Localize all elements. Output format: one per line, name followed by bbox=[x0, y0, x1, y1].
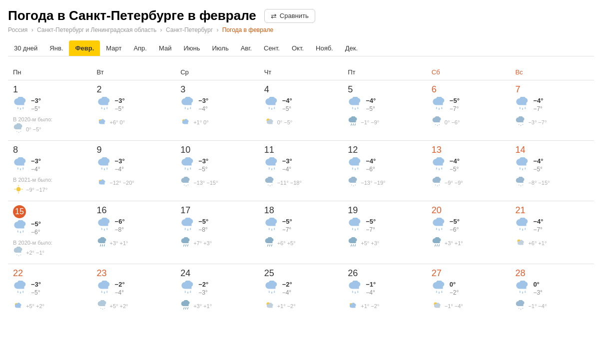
day-cell-5[interactable]: 5−4°−5°−1° −9° bbox=[343, 80, 427, 141]
weather-icon-26 bbox=[348, 281, 363, 297]
day-cell-20[interactable]: 20−5°−6°+3° +1° bbox=[427, 201, 511, 264]
svg-point-6 bbox=[16, 131, 17, 132]
svg-point-49 bbox=[106, 168, 107, 169]
month-tab-9[interactable]: Сент. bbox=[258, 40, 286, 56]
prev-year-22: +5° +2° bbox=[13, 300, 88, 312]
svg-point-31 bbox=[437, 125, 438, 126]
month-tab-2[interactable]: Февр. bbox=[69, 40, 100, 56]
day-cell-25[interactable]: 25−2°−4°+1° −2° bbox=[259, 264, 343, 318]
temp-low-7: −7° bbox=[533, 105, 543, 113]
svg-line-97 bbox=[186, 245, 186, 246]
prev-label-8: В 2021-м было: bbox=[13, 177, 88, 183]
day-cell-8[interactable]: 8−3°−4°В 2021-м было:−9° −17° bbox=[8, 141, 92, 201]
day-cell-13[interactable]: 13−4°−5°−9° −9° bbox=[427, 141, 511, 201]
day-cell-14[interactable]: 14−4°−5°−8° −15° bbox=[510, 141, 594, 201]
month-tab-0[interactable]: 30 дней bbox=[8, 40, 43, 56]
weather-row-8: −3°−4° bbox=[13, 157, 88, 174]
svg-line-110 bbox=[355, 245, 356, 246]
svg-point-51 bbox=[185, 168, 186, 169]
day-cell-17[interactable]: 17−5°−8°+7° +3° bbox=[175, 201, 259, 264]
svg-point-58 bbox=[271, 169, 272, 170]
weather-row-11: −3°−4° bbox=[264, 157, 339, 174]
prev-temps-9: −12° −20° bbox=[110, 180, 134, 186]
day-cell-16[interactable]: 16−6°−8°+3° +1° bbox=[92, 201, 176, 264]
weather-icon-10 bbox=[180, 157, 195, 174]
day-cell-23[interactable]: 23−2°−4°+5° +2° bbox=[92, 264, 176, 318]
svg-point-67 bbox=[353, 185, 354, 186]
day-cell-24[interactable]: 24−2°−3°+3° +1° bbox=[175, 264, 259, 318]
month-tab-10[interactable]: Окт. bbox=[286, 40, 310, 56]
day-cell-27[interactable]: 270°−2°−1° −4° bbox=[427, 264, 511, 318]
day-cell-22[interactable]: 22−3°−5°+5° +2° bbox=[8, 264, 92, 318]
month-tab-8[interactable]: Авг. bbox=[235, 40, 258, 56]
prev-icon-27 bbox=[432, 300, 443, 312]
day-cell-19[interactable]: 19−5°−7°+5° +3° bbox=[343, 201, 427, 264]
day-cell-11[interactable]: 11−3°−4°−11° −18° bbox=[259, 141, 343, 201]
day-cell-12[interactable]: 12−4°−6°−13° −19° bbox=[343, 141, 427, 201]
prev-temps-4: 0° −5° bbox=[277, 119, 293, 125]
day-cell-7[interactable]: 7−4°−7°−3° −7° bbox=[510, 80, 594, 141]
temp-low-22: −5° bbox=[31, 289, 41, 297]
day-cell-15[interactable]: 15−5°−6°В 2020-м было:+2° −1° bbox=[8, 201, 92, 264]
svg-point-122 bbox=[20, 293, 21, 294]
month-tab-3[interactable]: Март bbox=[100, 40, 127, 56]
svg-point-62 bbox=[271, 185, 272, 186]
prev-temps-16: +3° +1° bbox=[110, 240, 128, 246]
day-cell-9[interactable]: 9−3°−4°−12° −20° bbox=[92, 141, 176, 201]
svg-point-127 bbox=[106, 292, 107, 293]
temp-low-23: −4° bbox=[115, 289, 125, 297]
day-cell-26[interactable]: 26−1°−4°+1° −2° bbox=[343, 264, 427, 318]
month-tab-4[interactable]: Апр. bbox=[127, 40, 153, 56]
day-cell-2[interactable]: 2−3°−5°+6° 0° bbox=[92, 80, 176, 141]
prev-year-6: 0° −6° bbox=[432, 116, 507, 128]
prev-temps-25: +1° −2° bbox=[277, 303, 296, 309]
svg-point-9 bbox=[101, 108, 102, 109]
month-tab-1[interactable]: Янв. bbox=[43, 40, 69, 56]
day-cell-6[interactable]: 6−5°−7°0° −6° bbox=[427, 80, 511, 141]
svg-point-89 bbox=[106, 229, 107, 230]
day-cell-28[interactable]: 280°−3°−1° −4° bbox=[510, 264, 594, 318]
day-cell-21[interactable]: 21−4°−7°+6° +1° bbox=[510, 201, 594, 264]
prev-temps-14: −8° −15° bbox=[528, 180, 550, 186]
temp-low-21: −7° bbox=[533, 226, 543, 234]
temp-high-2: −3° bbox=[115, 97, 125, 105]
month-tab-6[interactable]: Июнь bbox=[177, 40, 206, 56]
breadcrumb-current[interactable]: Погода в феврале bbox=[222, 26, 274, 33]
svg-point-121 bbox=[17, 292, 18, 293]
month-tab-11[interactable]: Нояб. bbox=[310, 40, 339, 56]
day-cell-18[interactable]: 18−5°−7°+6° +5° bbox=[259, 201, 343, 264]
prev-icon-21 bbox=[515, 237, 526, 249]
temp-low-9: −4° bbox=[115, 166, 125, 174]
month-tab-7[interactable]: Июль bbox=[206, 40, 234, 56]
month-tab-12[interactable]: Дек. bbox=[339, 40, 364, 56]
svg-point-29 bbox=[441, 108, 442, 109]
day-cell-4[interactable]: 4−4°−5°0° −5° bbox=[259, 80, 343, 141]
svg-line-92 bbox=[104, 245, 104, 246]
svg-point-23 bbox=[357, 108, 358, 109]
svg-point-80 bbox=[523, 185, 524, 186]
day-cell-3[interactable]: 3−3°−4°+1° 0° bbox=[175, 80, 259, 141]
svg-point-28 bbox=[439, 109, 440, 110]
day-number-20: 20 bbox=[432, 205, 507, 216]
svg-point-32 bbox=[439, 124, 440, 125]
temp-low-11: −4° bbox=[282, 166, 292, 174]
temp-high-27: 0° bbox=[450, 281, 459, 289]
page-title: Погода в Санкт-Петербурге в феврале bbox=[8, 8, 256, 23]
svg-point-132 bbox=[187, 293, 188, 294]
weather-icon-12 bbox=[348, 157, 363, 174]
day-cell-10[interactable]: 10−3°−5°−13° −15° bbox=[175, 141, 259, 201]
temp-high-12: −4° bbox=[366, 157, 376, 166]
day-cell-1[interactable]: 1−3°−5°В 2020-м было:0° −5° bbox=[8, 80, 92, 141]
month-tab-5[interactable]: Май bbox=[153, 40, 177, 56]
compare-button[interactable]: ⇄ Сравнить bbox=[264, 9, 315, 23]
month-tabs: 30 днейЯнв.Февр.МартАпр.МайИюньИюльАвг.С… bbox=[8, 40, 594, 56]
svg-point-88 bbox=[103, 230, 104, 231]
temp-high-15: −5° bbox=[31, 220, 41, 229]
temp-low-25: −4° bbox=[282, 289, 292, 297]
temp-low-20: −6° bbox=[450, 226, 460, 234]
svg-point-130 bbox=[104, 308, 105, 309]
temp-high-4: −4° bbox=[282, 97, 292, 105]
weather-icon-20 bbox=[432, 218, 447, 234]
svg-point-57 bbox=[268, 168, 269, 169]
temp-low-6: −7° bbox=[450, 105, 460, 113]
